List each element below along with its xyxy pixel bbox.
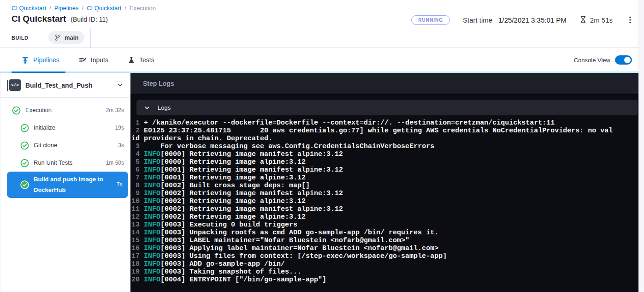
- log-line: 6 INFO[0001] Retrieving image manifest a…: [131, 166, 616, 174]
- log-level-info: INFO: [144, 221, 160, 229]
- log-line-number: 20: [131, 276, 144, 284]
- breadcrumb-link[interactable]: CI Quickstart: [87, 5, 121, 12]
- console-view-label: Console View: [574, 57, 610, 64]
- log-level-info: INFO: [144, 260, 160, 268]
- step-duration: 7s: [117, 181, 123, 188]
- log-level-info: INFO: [144, 158, 160, 166]
- log-line-number: 13: [131, 221, 144, 229]
- tab-bar: PipelinesInputsTests Console View: [0, 48, 644, 73]
- log-line: 10 INFO[0002] Retrieving image alpine:3.…: [131, 197, 616, 205]
- breadcrumb: CI Quickstart/Pipelines/CI Quickstart/Ex…: [12, 5, 156, 12]
- build-id-label: (Build ID: 11): [71, 16, 108, 23]
- breadcrumb-current: Execution: [130, 5, 156, 12]
- log-lines[interactable]: 1 + /kaniko/executor --dockerfile=Docker…: [130, 119, 616, 284]
- log-level-info: INFO: [144, 237, 160, 244]
- status-badge: RUNNING: [411, 15, 450, 25]
- tab-tests[interactable]: Tests: [118, 48, 164, 72]
- log-line-number: 7: [131, 174, 144, 182]
- log-level-info: INFO: [144, 229, 160, 237]
- step-row[interactable]: Initialize19s: [7, 119, 128, 137]
- page-header: CI Quickstart/Pipelines/CI Quickstart/Ex…: [0, 0, 644, 48]
- code-stage-icon: </>: [7, 79, 21, 91]
- console-view-toggle[interactable]: [615, 55, 632, 65]
- build-section-label: BUILD: [12, 35, 29, 41]
- check-circle-icon: [20, 141, 29, 150]
- log-line: 19 INFO[0003] Taking snapshot of files..…: [131, 268, 616, 276]
- tab-label: Inputs: [91, 56, 108, 64]
- step-duration: 1m 50s: [106, 160, 124, 166]
- chevron-down-icon: [144, 105, 150, 111]
- execution-sidebar: </> Build_Test_and_Push Execution2m 32sI…: [0, 73, 130, 292]
- check-circle-icon: [20, 124, 29, 132]
- start-time-label: Start time: [463, 16, 492, 24]
- tab-inputs[interactable]: Inputs: [69, 48, 118, 72]
- tab-label: Pipelines: [33, 56, 59, 64]
- elapsed-duration: 2m 51s: [579, 16, 613, 24]
- logs-section-label: Logs: [158, 104, 171, 111]
- step-duration: 3s: [118, 142, 124, 149]
- log-line-number: 4: [131, 150, 144, 158]
- log-line: 4 INFO[0000] Retrieving image manifest a…: [131, 150, 616, 158]
- hourglass-icon: [579, 16, 587, 24]
- log-level-info: INFO: [144, 213, 160, 221]
- log-line: 16 INFO[0003] Applying label maintainer=…: [131, 244, 616, 252]
- logs-section-toggle[interactable]: Logs: [136, 100, 638, 115]
- more-options-button[interactable]: [626, 15, 635, 25]
- step-logs-header: Step Logs: [130, 73, 638, 95]
- log-line: 3 For verbose messaging see aws.Config.C…: [131, 143, 616, 150]
- log-line-number: 8: [131, 182, 144, 190]
- breadcrumb-separator: /: [82, 5, 84, 12]
- log-line: 8 INFO[0002] Built cross stage deps: map…: [131, 182, 616, 190]
- log-level-info: INFO: [144, 182, 160, 190]
- breadcrumb-link[interactable]: Pipelines: [54, 5, 79, 12]
- page-title: CI Quickstart: [12, 14, 66, 24]
- log-line: 15 INFO[0003] LABEL maintainer="Nofar Bl…: [131, 237, 616, 244]
- log-level-info: INFO: [144, 276, 160, 284]
- step-row[interactable]: Git clone3s: [7, 137, 128, 154]
- chevron-down-icon[interactable]: [117, 82, 123, 88]
- branch-tag: main: [48, 31, 84, 44]
- log-line-number: 6: [131, 166, 144, 174]
- step-list: Execution2m 32sInitialize19sGit clone3sR…: [0, 98, 130, 198]
- breadcrumb-link[interactable]: CI Quickstart: [12, 5, 46, 12]
- log-level-info: INFO: [144, 197, 160, 205]
- log-line-number: 3: [131, 143, 144, 150]
- log-line: 20 INFO[0004] ENTRYPOINT ["/bin/go-sampl…: [131, 276, 616, 284]
- console-view-control: Console View: [574, 48, 632, 72]
- log-line-number: 11: [131, 205, 144, 213]
- step-row[interactable]: Execution2m 32s: [7, 101, 128, 119]
- log-level-info: INFO: [144, 205, 160, 213]
- log-level-info: INFO: [144, 244, 160, 252]
- stage-name: Build_Test_and_Push: [25, 82, 117, 89]
- log-line: 2 E0125 23:37:25.481715 20 aws_credentia…: [131, 127, 616, 143]
- start-time-value: 1/25/2021 3:35:01 PM: [498, 16, 567, 24]
- log-line-number: 2: [131, 127, 144, 135]
- step-row[interactable]: Run Unit Tests1m 50s: [7, 154, 128, 172]
- inputs-icon: [79, 56, 87, 64]
- active-tab-underline: [12, 72, 65, 73]
- page-scrollbar[interactable]: [638, 0, 644, 292]
- log-line-number: 1: [131, 119, 144, 127]
- log-level-info: INFO: [144, 252, 160, 260]
- log-level-info: INFO: [144, 166, 160, 174]
- log-line-number: 9: [131, 190, 144, 197]
- tab-label: Tests: [139, 56, 154, 64]
- check-circle-icon: [12, 106, 21, 115]
- log-line: 12 INFO[0002] Retrieving image alpine:3.…: [131, 213, 616, 221]
- check-circle-icon: [20, 159, 29, 167]
- tab-list: PipelinesInputsTests: [12, 48, 164, 72]
- log-line-number: 16: [131, 244, 144, 252]
- log-line: 17 INFO[0003] Using files from context: …: [131, 252, 616, 260]
- tab-pipelines[interactable]: Pipelines: [12, 48, 69, 72]
- log-line: 7 INFO[0001] Retrieving image alpine:3.1…: [131, 174, 616, 182]
- git-branch-icon: [54, 34, 61, 41]
- log-level-info: INFO: [144, 268, 160, 276]
- log-line: 5 INFO[0000] Retrieving image alpine:3.1…: [131, 158, 616, 166]
- log-line: 14 INFO[0003] Unpacking rootfs as cmd AD…: [131, 229, 616, 237]
- log-line: 18 INFO[0003] ADD go-sample-app /bin/: [131, 260, 616, 268]
- log-line-number: 5: [131, 158, 144, 166]
- stage-header[interactable]: </> Build_Test_and_Push: [0, 73, 130, 98]
- log-line-number: 10: [131, 197, 144, 205]
- step-row[interactable]: Build and push image to DockerHub7s: [7, 172, 128, 198]
- pipeline-icon: [21, 56, 29, 64]
